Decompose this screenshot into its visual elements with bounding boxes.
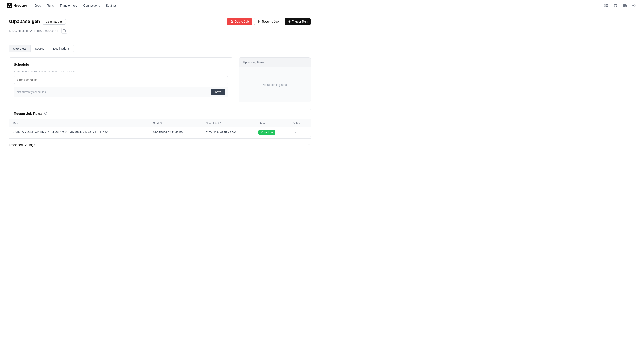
start-at-cell: 03/04/2024 03:51:46 PM <box>149 127 202 138</box>
svg-point-5 <box>633 5 635 7</box>
logo: Neosync <box>7 3 27 8</box>
not-scheduled-text: Not currently scheduled <box>17 90 46 94</box>
page-title: supabase-gen <box>8 19 40 24</box>
schedule-card: Schedule The schedule to run the job aga… <box>8 57 234 103</box>
logo-text: Neosync <box>14 4 27 7</box>
run-id-cell: d64bb2e7-0344-4108-af65-f79b67171ba8-202… <box>9 127 149 138</box>
save-schedule-button[interactable]: Save <box>211 89 225 95</box>
col-status: Status <box>254 119 288 127</box>
advanced-settings[interactable]: Advanced Settings <box>8 138 311 151</box>
action-arrow[interactable]: → <box>293 131 296 134</box>
svg-rect-3 <box>604 6 606 7</box>
col-run-id: Run Id <box>9 119 149 127</box>
theme-toggle-icon[interactable] <box>631 3 637 9</box>
resume-job-button[interactable]: Resume Job <box>254 18 282 25</box>
github-icon[interactable] <box>612 3 618 9</box>
schedule-description: The schedule to run the job against if n… <box>14 70 228 73</box>
content-grid: Schedule The schedule to run the job aga… <box>8 57 311 103</box>
svg-rect-1 <box>604 4 606 5</box>
divider <box>8 39 311 39</box>
nav-jobs[interactable]: Jobs <box>32 3 44 9</box>
svg-rect-0 <box>7 3 12 8</box>
refresh-icon[interactable] <box>44 112 47 116</box>
play-icon <box>258 20 261 23</box>
svg-marker-15 <box>288 21 290 23</box>
svg-line-8 <box>633 4 633 5</box>
no-upcoming-runs-text: No upcoming runs <box>262 83 287 87</box>
col-start-at: Start At <box>149 119 202 127</box>
tab-destinations[interactable]: Destinations <box>49 45 74 52</box>
job-id-row: 17c3924b-ae2b-42e4-8b10-0e68909b4ff4 <box>8 28 311 34</box>
delete-job-button[interactable]: Delete Job <box>227 18 252 25</box>
discord-icon[interactable] <box>622 3 628 9</box>
zap-icon <box>288 20 291 23</box>
generate-job-button[interactable]: Generate Job <box>42 19 66 25</box>
svg-marker-14 <box>258 21 260 23</box>
trigger-run-button[interactable]: Trigger Run <box>284 18 311 25</box>
recent-runs-header: Recent Job Runs <box>9 108 311 119</box>
col-completed-at: Completed At <box>202 119 254 127</box>
runs-table-header-row: Run Id Start At Completed At Status Acti… <box>9 119 311 127</box>
schedule-footer: Not currently scheduled Save <box>14 87 228 97</box>
runs-table-body: d64bb2e7-0344-4108-af65-f79b67171ba8-202… <box>9 127 311 138</box>
upcoming-runs-card: Upcoming Runs No upcoming runs <box>238 57 311 103</box>
tab-source[interactable]: Source <box>31 45 49 52</box>
svg-rect-2 <box>606 4 608 5</box>
nav-transformers[interactable]: Transformers <box>57 3 80 9</box>
recent-runs-title: Recent Job Runs <box>14 112 42 116</box>
advanced-settings-title: Advanced Settings <box>8 143 35 147</box>
tab-overview[interactable]: Overview <box>9 45 31 52</box>
copy-icon <box>63 29 66 32</box>
runs-table: Run Id Start At Completed At Status Acti… <box>9 119 311 138</box>
upcoming-runs-body: No upcoming runs <box>239 67 311 102</box>
chevron-down-icon <box>307 142 311 147</box>
nav-settings[interactable]: Settings <box>103 3 119 9</box>
nav-runs[interactable]: Runs <box>44 3 56 9</box>
status-badge: Complete <box>258 130 275 135</box>
status-cell: Complete <box>254 127 288 138</box>
nav-icons <box>603 3 637 9</box>
cron-schedule-input[interactable] <box>14 76 228 84</box>
page-header-actions: Delete Job Resume Job Trigger Run <box>227 18 311 25</box>
copy-id-button[interactable] <box>61 28 67 34</box>
upcoming-runs-header: Upcoming Runs <box>239 58 311 67</box>
trash-icon <box>230 20 233 23</box>
nav-connections[interactable]: Connections <box>81 3 103 9</box>
tabs: Overview Source Destinations <box>8 45 74 52</box>
svg-rect-16 <box>64 30 66 32</box>
layout-icon[interactable] <box>603 3 609 9</box>
table-row: d64bb2e7-0344-4108-af65-f79b67171ba8-202… <box>9 127 311 138</box>
neosync-logo-icon <box>7 3 12 8</box>
svg-line-13 <box>635 4 636 5</box>
recent-runs-card: Recent Job Runs Run Id Start At Complete… <box>8 108 311 138</box>
job-id-text: 17c3924b-ae2b-42e4-8b10-0e68909b4ff4 <box>8 29 60 32</box>
col-action: Action <box>289 119 311 127</box>
completed-at-cell: 03/04/2024 03:51:49 PM <box>202 127 254 138</box>
page-header-left: supabase-gen Generate Job <box>8 19 66 25</box>
schedule-title: Schedule <box>14 63 228 67</box>
nav-links: Jobs Runs Transformers Connections Setti… <box>32 3 598 9</box>
svg-rect-4 <box>606 6 608 7</box>
page-header: supabase-gen Generate Job Delete Job Res… <box>8 18 311 25</box>
action-cell[interactable]: → <box>289 127 311 138</box>
